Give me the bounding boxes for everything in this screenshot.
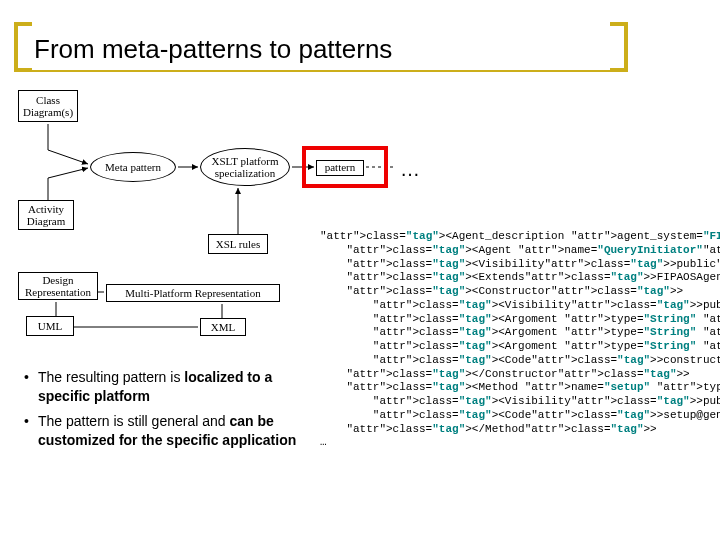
svg-line-3	[48, 168, 88, 178]
bracket-left	[14, 22, 32, 72]
node-class-diagrams: Class Diagram(s)	[18, 90, 78, 122]
bullet-item: The pattern is still general and can be …	[24, 412, 308, 450]
bracket-right	[610, 22, 628, 72]
bullet-list: The resulting pattern is localized to a …	[24, 368, 308, 456]
svg-line-1	[48, 150, 88, 164]
page-title: From meta-patterns to patterns	[34, 34, 392, 65]
node-uml: UML	[26, 316, 74, 336]
node-xsl-rules: XSL rules	[208, 234, 268, 254]
node-pattern: pattern	[316, 160, 364, 176]
node-multi-platform: Multi-Platform Representation	[106, 284, 280, 302]
title-underline	[14, 70, 628, 72]
bullet-item: The resulting pattern is localized to a …	[24, 368, 308, 406]
node-meta-pattern: Meta pattern	[90, 152, 176, 182]
node-activity-diagram: Activity Diagram	[18, 200, 74, 230]
code-block: "attr">class="tag"><Agent_description "a…	[320, 230, 714, 450]
node-xslt-platform: XSLT platform specialization	[200, 148, 290, 186]
node-xml: XML	[200, 318, 246, 336]
ellipsis: …	[400, 158, 420, 181]
node-design-representation: Design Representation	[18, 272, 98, 300]
